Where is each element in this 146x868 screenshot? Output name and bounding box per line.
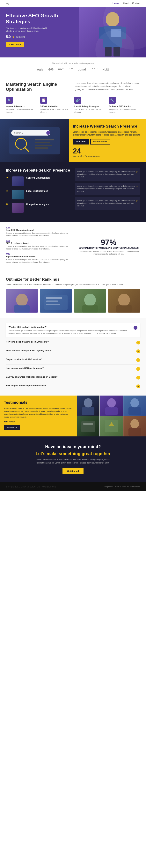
satisfaction-percent: 97% xyxy=(101,238,116,247)
service-detail-1: ↗ Lorem ipsum dolor sit amet, consectetu… xyxy=(75,168,140,181)
service-detail-text-1: Lorem ipsum dolor sit amet, consectetur … xyxy=(77,170,138,178)
award-year-3: 2024 xyxy=(6,253,69,255)
svg-point-18 xyxy=(16,294,28,306)
footer-link-1[interactable]: Sample text xyxy=(104,486,113,488)
award-desc-2: Et lorem at accusam et justo duo dolores… xyxy=(6,245,69,250)
nav-home[interactable]: Home xyxy=(113,2,119,5)
testimonial-img-3 xyxy=(100,396,123,415)
partner-logo-7: ᴎ⊔⊔ xyxy=(103,68,109,71)
satisfaction-desc: Lorem ipsum dolor sit amet, nonumy eirmo… xyxy=(77,250,140,255)
award-year-2: 2020 xyxy=(6,240,69,242)
testimonial-img-5 xyxy=(123,396,146,415)
faq-toggle-1[interactable]: − xyxy=(134,326,138,330)
nav-contact[interactable]: Contact xyxy=(132,2,140,5)
increase-banner-title: Increase Website Search Presence xyxy=(73,124,142,128)
faq-item-6[interactable]: Can you guarantee first-page rankings on… xyxy=(6,373,140,382)
faq-item-2[interactable]: How long does it take to see SEO results… xyxy=(6,338,140,347)
faq-toggle-2[interactable]: + xyxy=(136,341,140,344)
service-detail-text-2: Lorem ipsum dolor sit amet, consectetur … xyxy=(77,185,138,193)
footer-link-2[interactable]: Click to select the Text Element. xyxy=(115,486,140,488)
increase-list-left: Increase Website Search Presence 01 Cont… xyxy=(6,168,71,216)
testimonial-img-4 xyxy=(100,416,123,436)
testimonial-img-1 xyxy=(77,396,99,415)
svg-rect-27 xyxy=(82,305,98,313)
years-badge: 24 xyxy=(73,148,142,155)
link-building-icon: 🔗 xyxy=(75,97,81,103)
mastering-card-2: 📈 SEO Optimization Sample text. Click to… xyxy=(40,97,71,114)
increase-banner-buttons: VIEW MORE HOW WE WORK xyxy=(73,139,142,145)
faq-item-5[interactable]: How do you track SEO performance? + xyxy=(6,365,140,373)
partner-logo-4: ⠿⠿ xyxy=(68,68,73,71)
nav-about[interactable]: About xyxy=(122,2,128,5)
svg-point-29 xyxy=(118,294,130,306)
testimonials-content: Testimonials At vero eos et accusam et j… xyxy=(0,396,77,436)
search-illustration: Search... xyxy=(5,121,64,160)
testimonials-read-more-button[interactable]: Read More xyxy=(4,425,20,430)
footer-links: Sample text Click to select the Text Ele… xyxy=(104,486,140,488)
mastering-card-2-desc: Sample text. Click to select the Text El… xyxy=(40,108,71,114)
mastering-card-4-desc: Sample text. Click to select the Text El… xyxy=(109,108,140,114)
service-item-3: 03 Competitor Analysis xyxy=(6,203,71,213)
mastering-card-3: 🔗 Link Building Strategies Sample text. … xyxy=(75,97,106,114)
faq-question-6: Can you guarantee first-page rankings on… xyxy=(6,376,135,378)
service-text-3: Competitor Analysis xyxy=(26,203,49,207)
service-title-1: Content Optimization xyxy=(26,177,50,179)
mastering-card-2-title: SEO Optimization xyxy=(40,105,71,107)
svg-rect-36 xyxy=(83,423,93,425)
mastering-card-3-desc: Sample text. Click to select the Text El… xyxy=(75,108,106,114)
testimonial-text: At vero eos et accusam et justo duo dolo… xyxy=(4,407,73,418)
hero-cta-button[interactable]: Learn More xyxy=(6,42,24,47)
partner-logo-2: ⚙⚙ xyxy=(48,68,54,71)
hero-score: 5.0 xyxy=(6,35,11,39)
svg-rect-15 xyxy=(35,145,52,146)
faq-toggle-5[interactable]: + xyxy=(136,367,140,371)
faq-question-7: How do you handle algorithm updates? xyxy=(6,384,135,387)
svg-rect-23 xyxy=(46,301,58,302)
hero-title: Effective SEO Growth Strategies xyxy=(6,13,73,25)
award-title-3: Top SEO Performance Award xyxy=(6,255,69,258)
faq-toggle-6[interactable]: + xyxy=(136,376,140,379)
cta-button[interactable]: Get Started xyxy=(62,468,83,474)
faq-toggle-7[interactable]: + xyxy=(136,384,140,388)
award-year-1: 2016 xyxy=(6,227,69,229)
hero-rating: 5.0 ★ 48 reviews xyxy=(6,35,73,39)
faq-item-7[interactable]: How do you handle algorithm updates? + xyxy=(6,382,140,391)
svg-rect-22 xyxy=(46,297,62,299)
faq-question-2: How long does it take to see SEO results… xyxy=(6,341,135,343)
partner-logo-5: opmd xyxy=(78,68,86,71)
award-desc-3: Et lorem at accusam et justo duo dolores… xyxy=(6,258,69,263)
optimize-title: Optimize for Better Rankings xyxy=(6,277,140,282)
optimize-img-2 xyxy=(40,289,72,313)
service-num-2: 02 xyxy=(6,190,10,192)
award-item-2: 2020 SEO Excellence Award Et lorem at ac… xyxy=(6,240,69,250)
arrow-icon-2: ↗ xyxy=(136,185,138,188)
service-item-2: 02 Local SEO Services xyxy=(6,190,71,199)
faq-item-4[interactable]: Do you provide local SEO services? + xyxy=(6,356,140,365)
awards-list: 2016 Best SEO Campaign Award Et lorem at… xyxy=(6,227,73,267)
mastering-card-4: 🔧 Technical SEO Audits Sample text. Clic… xyxy=(109,97,140,114)
award-title-2: SEO Excellence Award xyxy=(6,242,69,244)
mastering-title: Mastering Search Engine Optimization xyxy=(6,82,71,92)
technical-seo-icon: 🔧 xyxy=(109,97,116,103)
service-title-3: Competitor Analysis xyxy=(26,203,49,206)
faq-item-3[interactable]: What services does your SEO agency offer… xyxy=(6,347,140,356)
years-label: Years of full of Pains & experience xyxy=(73,155,142,157)
increase-list-section: Increase Website Search Presence 01 Cont… xyxy=(0,162,146,222)
service-title-2: Local SEO Services xyxy=(26,190,48,192)
increase-list-right: ↗ Lorem ipsum dolor sit amet, consectetu… xyxy=(75,168,140,216)
service-text-1: Content Optimization xyxy=(26,177,50,180)
testimonials-title: Testimonials xyxy=(4,400,73,405)
faq-toggle-3[interactable]: + xyxy=(136,349,140,353)
hero-desc: Sint litora lacus pulvinar, no elit blan… xyxy=(6,27,73,33)
mastering-cards: 🔍 Keyword Research Sample text. Click to… xyxy=(6,97,140,114)
view-more-button[interactable]: VIEW MORE xyxy=(73,139,89,145)
search-visual: Search... xyxy=(0,119,69,162)
optimize-section: Optimize for Better Rankings At vero eos… xyxy=(0,271,146,318)
svg-point-26 xyxy=(84,294,96,306)
increase-banner-content: Increase Website Search Presence Lorem i… xyxy=(69,119,146,162)
award-item-3: 2024 Top SEO Performance Award Et lorem … xyxy=(6,253,69,263)
faq-item-1[interactable]: What is SEO and why is it important? Ans… xyxy=(6,323,140,338)
how-we-work-button[interactable]: HOW WE WORK xyxy=(90,139,110,145)
faq-toggle-4[interactable]: + xyxy=(136,358,140,362)
service-img-3 xyxy=(12,203,24,213)
